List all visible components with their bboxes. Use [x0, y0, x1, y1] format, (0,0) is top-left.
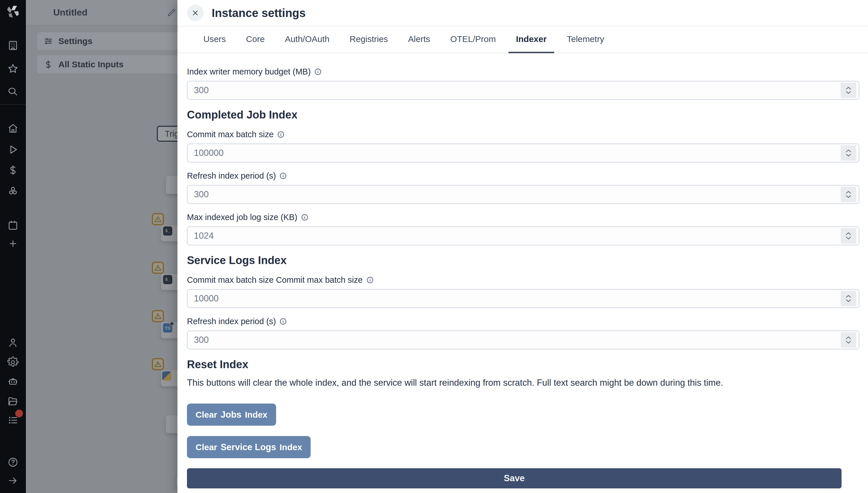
dollar-icon[interactable] [6, 163, 20, 177]
chevron-down-icon [845, 340, 852, 344]
plus-icon[interactable] [6, 237, 20, 251]
chevron-up-icon [845, 149, 852, 153]
tab-registries[interactable]: Registries [342, 26, 395, 53]
info-icon[interactable] [314, 68, 322, 76]
gear-icon[interactable] [6, 355, 20, 369]
info-icon[interactable] [279, 318, 287, 325]
index-writer-memory-input[interactable] [187, 81, 860, 100]
play-icon[interactable] [6, 143, 20, 156]
field-label: Refresh index period (s) [187, 316, 860, 326]
tab-telemetry[interactable]: Telemetry [559, 26, 612, 53]
tab-core[interactable]: Core [238, 26, 272, 53]
building-icon[interactable] [6, 39, 20, 52]
stepper-control[interactable] [841, 145, 856, 161]
tab-auth-oauth[interactable]: Auth/OAuth [277, 26, 337, 53]
field-label: Commit max batch size [187, 129, 860, 140]
number-field [187, 227, 860, 245]
job-refresh-period-input[interactable] [187, 185, 860, 204]
field-label: Commit max batch size Commit max batch s… [187, 275, 860, 285]
home-icon[interactable] [6, 121, 20, 135]
chevron-up-icon [845, 294, 852, 298]
number-field [187, 81, 860, 100]
info-icon[interactable] [301, 213, 309, 221]
clear-service-logs-index-button[interactable]: Clear Service Logs Index [187, 436, 311, 458]
section-heading-completed-job-index: Completed Job Index [187, 108, 860, 122]
indexer-panel: Index writer memory budget (MB) Complete… [177, 54, 868, 493]
section-heading-service-logs-index: Service Logs Index [187, 253, 860, 267]
chevron-up-icon [845, 86, 852, 90]
icon-sidebar [0, 0, 26, 493]
tab-users[interactable]: Users [196, 26, 233, 53]
save-button[interactable]: Save [187, 468, 842, 488]
flow-editor-workspace: Untitled Settings All Static Inputs Trig… [26, 0, 177, 493]
number-field [187, 289, 860, 308]
chevron-down-icon [845, 195, 852, 199]
stepper-control[interactable] [841, 291, 856, 306]
help-icon[interactable] [6, 455, 20, 469]
clear-jobs-index-button[interactable]: Clear Jobs Index [187, 404, 276, 426]
field-label: Index writer memory budget (MB) [187, 66, 860, 77]
section-heading-reset-index: Reset Index [187, 358, 860, 371]
chevron-down-icon [845, 91, 852, 94]
folder-open-icon[interactable] [6, 394, 20, 408]
chevron-down-icon [845, 299, 852, 303]
settings-tabs: Users Core Auth/OAuth Registries Alerts … [177, 26, 868, 53]
modal-title: Instance settings [212, 7, 306, 20]
cubes-icon[interactable] [6, 184, 20, 198]
stepper-control[interactable] [841, 228, 856, 244]
close-icon [191, 9, 199, 17]
info-icon[interactable] [279, 172, 287, 180]
stepper-control[interactable] [841, 83, 856, 98]
service-refresh-period-input[interactable] [187, 330, 860, 349]
field-label: Max indexed job log size (KB) [187, 212, 860, 222]
reset-index-description: This buttons will clear the whole index,… [187, 377, 860, 389]
notification-dot [15, 410, 23, 417]
tab-otel-prom[interactable]: OTEL/Prom [443, 26, 503, 53]
max-indexed-log-size-input[interactable] [187, 227, 860, 245]
modal-backdrop[interactable] [26, 0, 177, 493]
stepper-control[interactable] [841, 332, 856, 348]
tab-indexer[interactable]: Indexer [508, 26, 554, 53]
number-field [187, 144, 860, 163]
clear-buttons-group: Clear Jobs Index Clear Service Logs Inde… [187, 404, 860, 458]
robot-icon[interactable] [6, 374, 20, 388]
close-button[interactable] [187, 5, 203, 21]
info-icon[interactable] [277, 131, 285, 138]
chevron-up-icon [845, 232, 852, 236]
service-commit-max-batch-input[interactable] [187, 289, 860, 308]
search-icon[interactable] [6, 85, 20, 99]
calendar-icon[interactable] [6, 218, 20, 232]
number-field [187, 330, 860, 349]
sidebar-divider [0, 104, 26, 105]
user-icon[interactable] [6, 336, 20, 349]
tab-alerts[interactable]: Alerts [400, 26, 438, 53]
chevron-up-icon [845, 336, 852, 340]
arrow-right-icon[interactable] [6, 474, 20, 488]
instance-settings-modal: Instance settings Users Core Auth/OAuth … [177, 0, 868, 493]
stepper-control[interactable] [841, 187, 856, 202]
job-commit-max-batch-input[interactable] [187, 144, 860, 163]
modal-header: Instance settings [177, 0, 868, 26]
star-icon[interactable] [6, 62, 20, 76]
app-root: Untitled Settings All Static Inputs Trig… [0, 0, 868, 493]
chevron-up-icon [845, 190, 852, 194]
info-icon[interactable] [366, 276, 374, 284]
windmill-logo[interactable] [5, 5, 20, 20]
chevron-down-icon [845, 153, 852, 157]
number-field [187, 185, 860, 204]
chevron-down-icon [845, 236, 852, 240]
field-label: Refresh index period (s) [187, 171, 860, 181]
